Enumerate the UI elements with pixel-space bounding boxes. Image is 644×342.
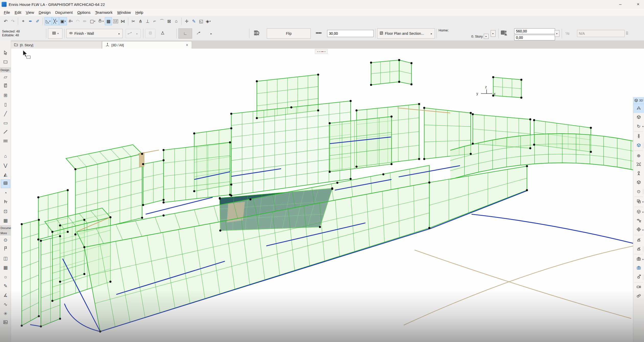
tab-0-story[interactable]: [0. Story] bbox=[11, 41, 102, 49]
explore-button[interactable] bbox=[633, 141, 644, 150]
angle-method-button[interactable]: ∟ bbox=[178, 28, 192, 39]
camera-tool-button[interactable] bbox=[633, 169, 644, 178]
story-select-button[interactable]: ▸ bbox=[484, 34, 489, 39]
sun-study-button[interactable] bbox=[633, 273, 644, 282]
geometry-method-button[interactable]: ▸ bbox=[126, 29, 141, 38]
undo-button[interactable]: ↶ bbox=[2, 17, 9, 25]
home-story-expand-button[interactable]: ▸ bbox=[491, 30, 496, 37]
element-set-button[interactable] bbox=[633, 292, 644, 301]
mesh-tool[interactable]: ▦ bbox=[1, 216, 10, 225]
walk-button[interactable] bbox=[633, 132, 644, 141]
edit-roof-button[interactable]: ⌂ bbox=[173, 17, 180, 25]
multiply-button[interactable]: ◈▾ bbox=[205, 17, 212, 25]
toolbox-section-more[interactable]: More bbox=[0, 231, 11, 235]
menu-view[interactable]: View bbox=[24, 10, 36, 15]
menu-help[interactable]: Help bbox=[133, 10, 146, 15]
display-mode-button[interactable]: Floor Plan and Section... ▸ bbox=[377, 28, 435, 39]
slab-tool[interactable]: ▭ bbox=[1, 119, 10, 127]
floating-mini-palette[interactable] bbox=[315, 49, 328, 54]
placement-method-button[interactable] bbox=[145, 29, 155, 38]
railing-tool[interactable] bbox=[1, 137, 10, 146]
label-tool[interactable]: ✎ bbox=[1, 282, 10, 290]
marquee-3d-button[interactable]: ▾ bbox=[633, 208, 644, 216]
suspend-groups-button[interactable]: ▩ bbox=[105, 17, 112, 25]
close-button[interactable]: × bbox=[637, 2, 639, 7]
paint-button[interactable] bbox=[633, 236, 644, 245]
angle-dimension-tool[interactable]: ∡ bbox=[1, 291, 10, 300]
duplicate-view-button[interactable]: ▾ bbox=[633, 197, 644, 206]
select-arrow-tool[interactable] bbox=[1, 49, 10, 58]
polygon-method-button[interactable] bbox=[157, 29, 168, 38]
morph-tool[interactable]: ◭ bbox=[1, 170, 10, 179]
opening-tool[interactable]: ◔ bbox=[1, 189, 10, 197]
menu-options[interactable]: Options bbox=[75, 10, 93, 15]
tab-3d-all[interactable]: [3D / All] × bbox=[102, 41, 192, 49]
lamp-tool[interactable]: ☼ bbox=[1, 272, 10, 281]
interior-elevation-tool[interactable]: ◫ bbox=[1, 254, 10, 263]
height-top-input[interactable] bbox=[514, 28, 555, 34]
snap-guides-button[interactable]: ╳▾ bbox=[52, 17, 59, 25]
flip-button[interactable]: Flip bbox=[267, 28, 311, 39]
highlight-button[interactable]: ▾ bbox=[633, 225, 644, 234]
favorite-element-button[interactable]: Finish - Wall ▸ bbox=[66, 29, 123, 38]
inject-parameters-button[interactable]: ✐ bbox=[34, 17, 41, 25]
resize-button[interactable]: ⊠ bbox=[166, 17, 173, 25]
marquee-tool[interactable] bbox=[1, 58, 10, 67]
snap-points-button[interactable]: ▣▾ bbox=[59, 17, 67, 25]
magic-wand-button[interactable]: ✏ bbox=[81, 17, 88, 25]
find-select-button[interactable]: ⌖ bbox=[20, 17, 27, 25]
look-to-button[interactable]: ⊕ bbox=[633, 151, 644, 160]
filter-elements-button[interactable] bbox=[633, 216, 644, 225]
menu-file[interactable]: File bbox=[2, 10, 12, 15]
section-tool[interactable] bbox=[1, 245, 10, 254]
stair-tool[interactable] bbox=[1, 128, 10, 136]
motion-settings-button[interactable] bbox=[633, 178, 644, 187]
curtain-wall-tool[interactable] bbox=[1, 179, 10, 188]
beam-tool[interactable]: ╱ bbox=[1, 109, 10, 118]
menu-window[interactable]: Window bbox=[115, 10, 133, 15]
toolbox-section-design[interactable]: Design bbox=[0, 67, 11, 72]
spacing-input[interactable] bbox=[327, 30, 374, 37]
model-3d-wireframe[interactable]: zyx bbox=[0, 49, 644, 342]
paint-settings-button[interactable] bbox=[633, 245, 644, 254]
perspective-button[interactable] bbox=[633, 104, 644, 113]
infobar-overflow-grip[interactable]: ⠿ bbox=[626, 31, 628, 36]
shell-tool[interactable]: ⋁ bbox=[1, 161, 10, 170]
pickup-parameters-button[interactable]: ✒ bbox=[27, 17, 34, 25]
object-tool[interactable] bbox=[1, 198, 10, 207]
menu-document[interactable]: Document bbox=[53, 10, 75, 15]
edit-elements-button[interactable]: ✎ bbox=[190, 17, 198, 25]
grid-snap-button[interactable]: #▾ bbox=[67, 17, 74, 25]
height-options-button[interactable]: ▸ bbox=[555, 30, 559, 37]
dimension-units-button[interactable]: 12 bbox=[112, 17, 119, 25]
editing-plane-button[interactable]: ▢▾ bbox=[88, 17, 97, 25]
explode-button[interactable]: ⋈ bbox=[119, 17, 126, 25]
minimize-button[interactable]: – bbox=[619, 2, 622, 7]
zone-tool[interactable]: ⊡ bbox=[1, 207, 10, 216]
door-tool[interactable] bbox=[1, 82, 10, 90]
window-tool[interactable]: ⊞ bbox=[1, 91, 10, 100]
lock-button[interactable]: ▾ bbox=[97, 17, 105, 25]
solid-operations-button[interactable]: ◱ bbox=[198, 17, 205, 25]
fillet-button[interactable]: ⌒ bbox=[158, 17, 166, 25]
wall-tool[interactable]: ▱ bbox=[1, 73, 10, 81]
figure-tool[interactable] bbox=[1, 318, 10, 327]
flythrough-button[interactable] bbox=[633, 283, 644, 292]
gravity-button[interactable]: ◠ bbox=[74, 17, 81, 25]
split-button[interactable]: ✂ bbox=[130, 17, 137, 25]
guide-lines-button[interactable]: ◺▾ bbox=[44, 17, 52, 25]
hotspot-tool[interactable]: ✳ bbox=[1, 309, 10, 318]
rotate-view-button[interactable]: ⊙ bbox=[633, 187, 644, 196]
menu-teamwork[interactable]: Teamwork bbox=[93, 10, 115, 15]
element-settings-button[interactable]: ▾ bbox=[48, 28, 62, 39]
level-dimension-tool[interactable]: ⊙ bbox=[1, 236, 10, 244]
redo-button[interactable]: ↷ bbox=[9, 17, 16, 25]
menu-edit[interactable]: Edit bbox=[12, 10, 24, 15]
drawing-tool[interactable]: ▦ bbox=[1, 263, 10, 272]
stretch-button[interactable]: ⊥ bbox=[144, 17, 151, 25]
move-button[interactable]: ✛ bbox=[183, 17, 190, 25]
fit-in-window-button[interactable] bbox=[633, 160, 644, 169]
photo-camera-button[interactable]: ▾ bbox=[633, 255, 644, 264]
intersect-button[interactable]: ⌐ bbox=[151, 17, 158, 25]
column-tool[interactable]: ▯ bbox=[1, 100, 10, 109]
